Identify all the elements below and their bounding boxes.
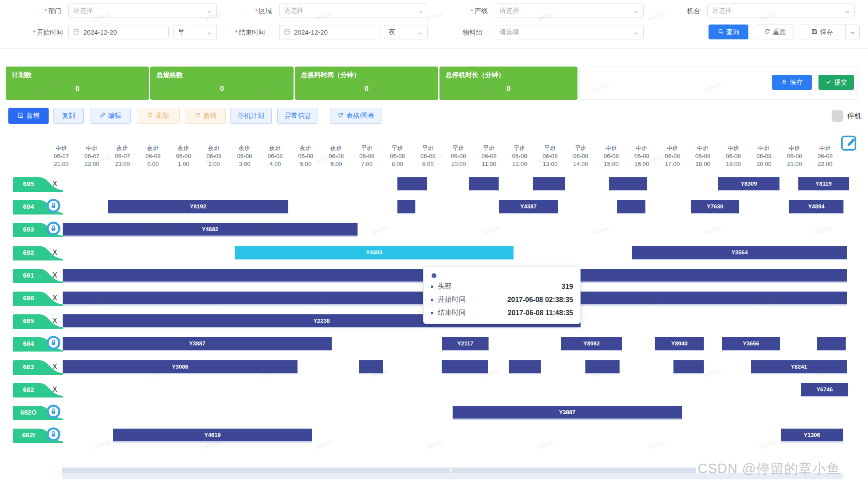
exception-info-button[interactable]: 异常信息 [277,108,318,124]
chevron-down-icon [845,8,850,14]
gantt-bar[interactable] [817,337,846,350]
downtime-checkbox-label: 停机 [847,110,861,122]
gantt-bar[interactable] [617,200,645,213]
gantt-bar-Y8119[interactable]: Y8119 [798,177,849,190]
row-lock-icon[interactable] [46,427,60,440]
undo-button[interactable]: 撤销 [185,108,226,124]
axis-tick: 夜班06-085:00 [288,144,323,168]
delete-button[interactable]: 删除 [137,108,180,124]
gantt-bar[interactable] [533,177,565,190]
material-group-select[interactable]: 请选择 [495,25,644,39]
row-unlock-icon[interactable]: X [48,360,61,373]
machine-select[interactable]: 请选择 [707,4,855,18]
required-star: * [33,29,35,36]
save-dropdown-button[interactable] [845,25,860,39]
admin-watermark: admin [592,224,611,236]
start-shift-select[interactable]: 早 [173,25,217,39]
reset-button[interactable]: 重置 [756,25,794,39]
row-lock-icon[interactable] [46,222,60,235]
department-select[interactable]: 请选择 [68,4,217,18]
add-button[interactable]: 新增 [8,108,49,124]
axis-tick: 夜班06-080:00 [135,144,170,168]
gantt-bar-Y6746[interactable]: Y6746 [801,383,848,396]
gantt-bar[interactable] [397,200,415,213]
gantt-bar-Y4894[interactable]: Y4894 [789,200,843,213]
check-icon [825,79,832,86]
admin-watermark: admin [758,438,777,450]
trash-icon [147,112,153,120]
gantt-bar-Y2117[interactable]: Y2117 [442,337,489,350]
axis-tick: 中班06-0721:00 [44,144,79,168]
copy-button[interactable]: 复制 [53,108,84,124]
downtime-plan-button[interactable]: 停机计划 [230,108,272,124]
gantt-bar-Y4387[interactable]: Y4387 [499,200,558,213]
start-date-input[interactable]: 2024-12-20 [68,25,169,39]
row-unlock-icon[interactable]: X [48,177,61,190]
axis-tick: 早班06-0810:00 [441,144,476,168]
gantt-bar-Y3086[interactable]: Y3086 [63,360,298,373]
line-label: *产线 [439,4,488,18]
axis-tick: 中班06-0820:00 [747,144,782,168]
table-chart-button[interactable]: 表格/图表 [330,108,382,124]
stat-card-label: 总换料时间（分钟） [301,71,360,79]
gantt-bar-Y4393[interactable]: Y4393 [235,246,514,259]
end-date-input[interactable]: 2024-12-20 [279,25,379,39]
tooltip-item-value: 2017-06-08 11:48:35 [496,309,573,317]
gantt-bar-Y3564[interactable]: Y3564 [632,246,847,259]
query-button[interactable]: 查询 [709,25,748,39]
gantt-bar-Y3887[interactable]: Y3887 [453,406,682,419]
plan-submit-button[interactable]: 提交 [818,75,854,90]
gantt-bar[interactable] [442,360,488,373]
gantt-bar[interactable] [397,177,427,190]
gantt-bar-Y4619[interactable]: Y4619 [113,429,312,441]
row-id: 684 [13,337,44,350]
row-lock-icon[interactable] [46,199,60,212]
calendar-icon [284,28,291,36]
gantt-bar-Y7630[interactable]: Y7630 [691,200,739,213]
row-id: 692 [13,246,44,259]
row-unlock-icon[interactable]: X [48,383,61,396]
scrollbar-grip-icon[interactable] [450,468,454,472]
axis-tick: 夜班06-081:00 [166,144,201,168]
gantt-bar-Y4682[interactable]: Y4682 [63,223,358,236]
row-lock-icon[interactable] [46,405,60,418]
admin-watermark: admin [647,438,666,450]
stat-card-label: 总停机时长（分钟） [446,71,505,79]
tooltip-item-value: 319 [549,283,573,291]
gantt-bar-Y8241[interactable]: Y8241 [751,360,847,373]
gantt-bar[interactable] [359,360,383,373]
row-unlock-icon[interactable]: X [48,292,61,305]
line-select[interactable]: 请选择 [495,4,644,18]
plan-save-button[interactable]: 保存 [772,75,812,90]
edit-button[interactable]: 编辑 [90,108,131,124]
horizontal-scrollbar-thumb[interactable] [62,468,696,473]
area-select[interactable]: 请选择 [279,4,428,18]
gantt-bar[interactable] [469,177,499,190]
gantt-bar-Y3656[interactable]: Y3656 [722,337,780,350]
row-unlock-icon[interactable]: X [48,269,61,282]
bullet-dot-icon [431,299,433,301]
add-file-icon [18,112,24,120]
admin-watermark: admin [0,10,1,22]
gantt-bar-Y8940[interactable]: Y8940 [655,337,704,350]
tooltip-item: 开始时间2017-06-08 02:38:35 [431,295,573,304]
gantt-bar-Y3887[interactable]: Y3887 [63,337,332,350]
row-lock-icon[interactable] [46,336,60,349]
gantt-bar[interactable] [585,360,620,373]
row-unlock-icon[interactable]: X [48,314,61,327]
downtime-checkbox[interactable] [832,110,843,122]
axis-tick: 早班06-0814:00 [563,144,598,168]
axis-tick: 中班06-0816:00 [624,144,659,168]
save-filter-button[interactable]: 保存 [799,25,846,39]
gantt-bar-Y8982[interactable]: Y8982 [561,337,622,350]
gantt-bar-Y8309[interactable]: Y8309 [718,177,779,190]
gantt-bar[interactable] [673,360,704,373]
gantt-bar[interactable] [509,360,541,373]
gantt-bar-Y8192[interactable]: Y8192 [108,200,288,213]
gantt-bar-Y1306[interactable]: Y1306 [781,429,843,441]
required-star: * [255,7,258,14]
end-shift-select[interactable]: 夜 [384,25,428,39]
row-unlock-icon[interactable]: X [48,246,61,259]
row-id: 683 [13,360,44,373]
gantt-bar[interactable] [609,177,647,190]
